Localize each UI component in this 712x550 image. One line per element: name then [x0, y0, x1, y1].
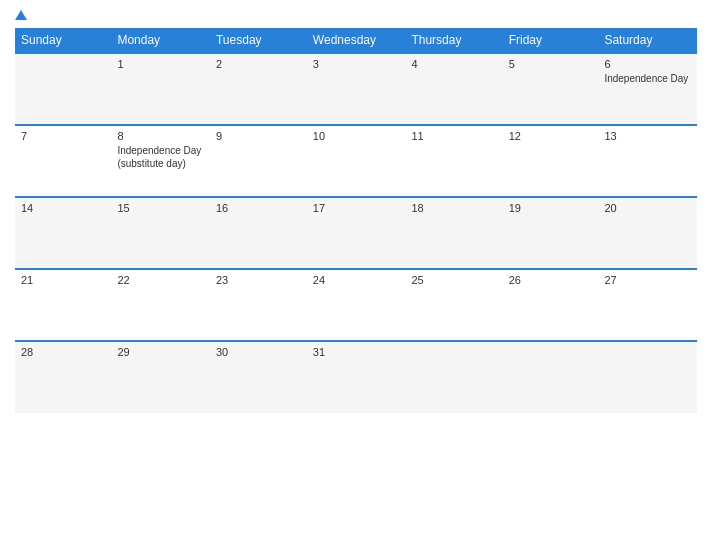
day-number: 14	[21, 202, 105, 214]
day-number: 4	[411, 58, 496, 70]
calendar-cell: 25	[405, 269, 502, 341]
day-number: 31	[313, 346, 400, 358]
calendar-cell: 10	[307, 125, 406, 197]
day-number: 13	[604, 130, 691, 142]
calendar-cell: 23	[210, 269, 307, 341]
day-number: 27	[604, 274, 691, 286]
day-number: 5	[509, 58, 593, 70]
logo	[15, 10, 29, 20]
day-number: 22	[117, 274, 204, 286]
calendar-cell: 24	[307, 269, 406, 341]
day-header-sunday: Sunday	[15, 28, 111, 53]
day-number: 11	[411, 130, 496, 142]
logo-blue-text	[15, 10, 29, 20]
calendar-cell: 5	[503, 53, 599, 125]
week-row-3: 14151617181920	[15, 197, 697, 269]
week-row-1: 123456Independence Day	[15, 53, 697, 125]
calendar-cell	[405, 341, 502, 413]
day-header-friday: Friday	[503, 28, 599, 53]
calendar-cell	[598, 341, 697, 413]
day-number: 1	[117, 58, 204, 70]
day-number: 3	[313, 58, 400, 70]
calendar-body: 123456Independence Day78Independence Day…	[15, 53, 697, 413]
calendar-cell: 6Independence Day	[598, 53, 697, 125]
day-number: 26	[509, 274, 593, 286]
day-number: 6	[604, 58, 691, 70]
day-number: 21	[21, 274, 105, 286]
day-number: 2	[216, 58, 301, 70]
calendar-cell: 2	[210, 53, 307, 125]
day-header-monday: Monday	[111, 28, 210, 53]
calendar-table: SundayMondayTuesdayWednesdayThursdayFrid…	[15, 28, 697, 413]
calendar-cell: 26	[503, 269, 599, 341]
calendar-cell: 21	[15, 269, 111, 341]
calendar-cell	[15, 53, 111, 125]
logo-triangle-icon	[15, 10, 27, 20]
calendar-cell: 13	[598, 125, 697, 197]
calendar-cell: 28	[15, 341, 111, 413]
calendar-cell: 1	[111, 53, 210, 125]
calendar-cell: 7	[15, 125, 111, 197]
calendar-cell: 31	[307, 341, 406, 413]
day-header-saturday: Saturday	[598, 28, 697, 53]
calendar-cell: 16	[210, 197, 307, 269]
calendar-cell: 30	[210, 341, 307, 413]
day-number: 23	[216, 274, 301, 286]
day-number: 15	[117, 202, 204, 214]
day-number: 16	[216, 202, 301, 214]
calendar-cell: 12	[503, 125, 599, 197]
day-number: 19	[509, 202, 593, 214]
calendar-cell: 11	[405, 125, 502, 197]
calendar-cell: 9	[210, 125, 307, 197]
day-number: 17	[313, 202, 400, 214]
calendar-cell: 27	[598, 269, 697, 341]
event-label: Independence Day (substitute day)	[117, 145, 201, 169]
week-row-2: 78Independence Day (substitute day)91011…	[15, 125, 697, 197]
calendar-cell	[503, 341, 599, 413]
day-number: 30	[216, 346, 301, 358]
day-header-wednesday: Wednesday	[307, 28, 406, 53]
calendar-cell: 29	[111, 341, 210, 413]
week-row-5: 28293031	[15, 341, 697, 413]
days-header-row: SundayMondayTuesdayWednesdayThursdayFrid…	[15, 28, 697, 53]
day-number: 8	[117, 130, 204, 142]
calendar-cell: 3	[307, 53, 406, 125]
day-number: 9	[216, 130, 301, 142]
calendar-cell: 18	[405, 197, 502, 269]
day-number: 25	[411, 274, 496, 286]
day-number: 12	[509, 130, 593, 142]
day-number: 7	[21, 130, 105, 142]
calendar-cell: 14	[15, 197, 111, 269]
day-header-tuesday: Tuesday	[210, 28, 307, 53]
calendar-cell: 4	[405, 53, 502, 125]
page: SundayMondayTuesdayWednesdayThursdayFrid…	[0, 0, 712, 550]
day-header-thursday: Thursday	[405, 28, 502, 53]
day-number: 28	[21, 346, 105, 358]
calendar-cell: 17	[307, 197, 406, 269]
calendar-cell: 20	[598, 197, 697, 269]
calendar-cell: 22	[111, 269, 210, 341]
day-number: 10	[313, 130, 400, 142]
day-number: 29	[117, 346, 204, 358]
week-row-4: 21222324252627	[15, 269, 697, 341]
calendar-header: SundayMondayTuesdayWednesdayThursdayFrid…	[15, 28, 697, 53]
event-label: Independence Day	[604, 73, 688, 84]
header	[15, 10, 697, 20]
day-number: 20	[604, 202, 691, 214]
calendar-cell: 15	[111, 197, 210, 269]
calendar-cell: 19	[503, 197, 599, 269]
calendar-cell: 8Independence Day (substitute day)	[111, 125, 210, 197]
day-number: 24	[313, 274, 400, 286]
day-number: 18	[411, 202, 496, 214]
